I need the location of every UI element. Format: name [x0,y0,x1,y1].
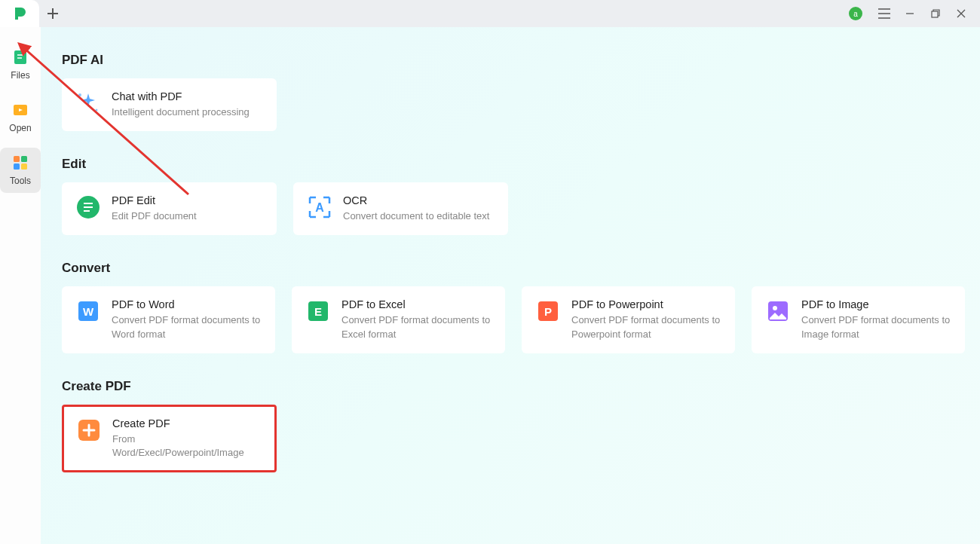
powerpoint-icon: P [537,300,559,322]
card-title: PDF to Word [112,298,262,310]
card-title: Create PDF [112,417,262,429]
sidebar-item-open[interactable]: Open [0,95,41,140]
app-logo-icon [12,6,27,21]
hamburger-icon [878,8,890,19]
titlebar-right: a [849,2,980,25]
section-title-edit: Edit [62,157,965,172]
card-desc: Edit PDF document [112,209,197,223]
section-title-convert: Convert [62,261,965,276]
minimize-button[interactable] [899,2,921,25]
section-title-create: Create PDF [62,379,965,394]
section-title-pdf-ai: PDF AI [62,53,965,68]
ocr-icon: A [307,194,332,220]
svg-rect-3 [14,156,20,162]
new-tab-button[interactable] [39,0,66,27]
close-icon [957,9,966,18]
svg-text:P: P [544,305,552,318]
menu-button[interactable] [873,2,896,25]
maximize-icon [931,9,940,18]
image-icon [767,300,789,322]
card-pdf-to-powerpoint[interactable]: P PDF to Powerpoint Convert PDF format d… [522,286,735,353]
card-pdf-to-word[interactable]: W PDF to Word Convert PDF format documen… [62,286,275,353]
svg-rect-1 [14,50,26,64]
sidebar-label-files: Files [11,70,29,81]
card-chat-with-pdf[interactable]: Chat with PDF Intelligent document proce… [62,78,277,131]
sidebar: Files Open Tools [0,27,41,544]
sidebar-label-open: Open [9,123,31,133]
svg-text:W: W [83,305,94,318]
word-icon: W [77,300,100,322]
tools-icon [12,154,29,171]
svg-text:A: A [315,201,324,214]
card-title: PDF to Excel [341,298,492,310]
card-desc: Convert PDF format documents to Word for… [112,313,262,341]
card-title: PDF to Image [801,298,951,310]
excel-icon: E [307,300,329,322]
sidebar-item-tools[interactable]: Tools [0,148,41,193]
card-desc: Convert PDF format documents to Excel fo… [341,313,492,341]
svg-point-8 [78,93,81,96]
card-desc: Intelligent document processing [112,105,250,119]
card-pdf-edit[interactable]: PDF Edit Edit PDF document [62,182,277,235]
card-desc: Convert PDF format documents to Image fo… [801,313,951,341]
card-title: PDF to Powerpoint [571,298,721,310]
svg-point-9 [96,109,98,112]
svg-rect-4 [21,156,27,162]
sidebar-item-files[interactable]: Files [0,42,41,87]
create-pdf-icon [77,418,101,442]
open-icon [12,102,29,118]
plus-icon [47,8,58,19]
card-desc: Convert document to editable text [343,209,489,223]
sidebar-label-tools: Tools [10,176,31,186]
user-avatar[interactable]: a [849,7,862,20]
card-title: PDF Edit [112,194,197,206]
titlebar-left [0,0,66,27]
pdf-edit-icon [75,194,101,220]
maximize-button[interactable] [924,2,947,25]
card-pdf-to-excel[interactable]: E PDF to Excel Convert PDF format docume… [292,286,505,353]
sparkle-icon [75,90,101,116]
svg-text:E: E [314,305,322,318]
app-tab[interactable] [0,0,39,27]
card-desc: Convert PDF format documents to Powerpoi… [571,313,721,341]
card-desc: From Word/Execl/Powerpoint/Image [112,432,262,460]
card-create-pdf[interactable]: Create PDF From Word/Execl/Powerpoint/Im… [62,405,277,472]
titlebar: a [0,0,980,27]
svg-rect-6 [21,164,27,170]
minimize-icon [905,9,914,18]
card-pdf-to-image[interactable]: PDF to Image Convert PDF format document… [752,286,965,353]
card-title: OCR [343,194,489,206]
main-panel: PDF AI Chat with PDF Intelligent documen… [41,27,980,544]
files-icon [12,49,29,66]
svg-rect-0 [932,11,938,17]
card-title: Chat with PDF [112,90,250,102]
svg-rect-5 [14,164,20,170]
card-ocr[interactable]: A OCR Convert document to editable text [293,182,508,235]
svg-point-19 [773,306,777,310]
close-button[interactable] [950,2,972,25]
